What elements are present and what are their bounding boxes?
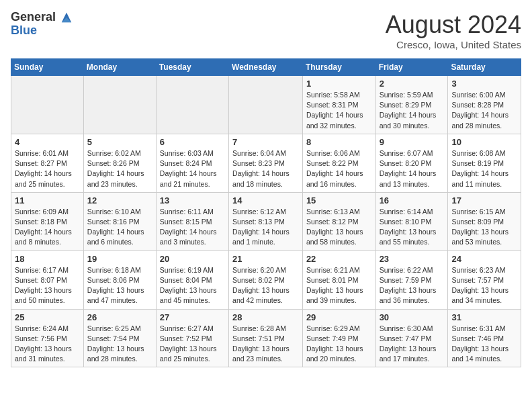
day-number: 7 (232, 137, 299, 147)
calendar-week-row: 1Sunrise: 5:58 AM Sunset: 8:31 PM Daylig… (11, 76, 521, 134)
cell-info: Sunrise: 5:59 AM Sunset: 8:29 PM Dayligh… (380, 90, 445, 131)
calendar-cell: 27Sunrise: 6:27 AM Sunset: 7:52 PM Dayli… (156, 309, 228, 367)
month-title: August 2024 (386, 11, 521, 39)
cell-info: Sunrise: 6:24 AM Sunset: 7:56 PM Dayligh… (15, 324, 80, 365)
day-header-friday: Friday (375, 59, 448, 76)
day-number: 13 (160, 195, 225, 205)
calendar-cell: 21Sunrise: 6:20 AM Sunset: 8:02 PM Dayli… (229, 250, 303, 309)
cell-info: Sunrise: 6:17 AM Sunset: 8:07 PM Dayligh… (15, 265, 80, 306)
day-number: 29 (306, 312, 372, 322)
day-number: 8 (306, 137, 372, 147)
cell-info: Sunrise: 5:58 AM Sunset: 8:31 PM Dayligh… (306, 90, 372, 131)
calendar-table: SundayMondayTuesdayWednesdayThursdayFrid… (11, 58, 521, 367)
cell-info: Sunrise: 6:00 AM Sunset: 8:28 PM Dayligh… (451, 90, 517, 131)
calendar-cell: 26Sunrise: 6:25 AM Sunset: 7:54 PM Dayli… (83, 309, 156, 367)
cell-info: Sunrise: 6:30 AM Sunset: 7:47 PM Dayligh… (380, 324, 445, 365)
cell-info: Sunrise: 6:12 AM Sunset: 8:13 PM Dayligh… (232, 207, 299, 248)
calendar-cell: 15Sunrise: 6:13 AM Sunset: 8:12 PM Dayli… (302, 192, 375, 250)
calendar-cell: 18Sunrise: 6:17 AM Sunset: 8:07 PM Dayli… (11, 250, 84, 309)
day-number: 1 (306, 79, 372, 89)
calendar-cell: 22Sunrise: 6:21 AM Sunset: 8:01 PM Dayli… (302, 250, 375, 309)
day-number: 28 (232, 312, 299, 322)
calendar-cell: 20Sunrise: 6:19 AM Sunset: 8:04 PM Dayli… (156, 250, 228, 309)
day-number: 12 (87, 195, 152, 205)
cell-info: Sunrise: 6:03 AM Sunset: 8:24 PM Dayligh… (160, 148, 225, 189)
calendar-week-row: 25Sunrise: 6:24 AM Sunset: 7:56 PM Dayli… (11, 309, 521, 367)
logo-general: General (11, 11, 73, 24)
cell-info: Sunrise: 6:02 AM Sunset: 8:26 PM Dayligh… (87, 148, 152, 189)
day-number: 31 (451, 312, 517, 322)
calendar-cell: 29Sunrise: 6:29 AM Sunset: 7:49 PM Dayli… (302, 309, 375, 367)
day-number: 26 (87, 312, 152, 322)
calendar-cell: 8Sunrise: 6:06 AM Sunset: 8:22 PM Daylig… (302, 134, 375, 192)
day-number: 5 (87, 137, 152, 147)
logo-blue: Blue (11, 24, 73, 38)
calendar-cell: 10Sunrise: 6:08 AM Sunset: 8:19 PM Dayli… (448, 134, 521, 192)
cell-info: Sunrise: 6:29 AM Sunset: 7:49 PM Dayligh… (306, 324, 372, 365)
calendar-cell: 30Sunrise: 6:30 AM Sunset: 7:47 PM Dayli… (375, 309, 448, 367)
calendar-cell: 28Sunrise: 6:28 AM Sunset: 7:51 PM Dayli… (229, 309, 303, 367)
cell-info: Sunrise: 6:27 AM Sunset: 7:52 PM Dayligh… (160, 324, 225, 365)
cell-info: Sunrise: 6:07 AM Sunset: 8:20 PM Dayligh… (380, 148, 445, 189)
calendar-cell: 9Sunrise: 6:07 AM Sunset: 8:20 PM Daylig… (375, 134, 448, 192)
day-number: 24 (451, 254, 517, 264)
calendar-cell: 23Sunrise: 6:22 AM Sunset: 7:59 PM Dayli… (375, 250, 448, 309)
day-header-tuesday: Tuesday (156, 59, 228, 76)
day-number: 9 (380, 137, 445, 147)
calendar-cell (11, 76, 84, 134)
cell-info: Sunrise: 6:19 AM Sunset: 8:04 PM Dayligh… (160, 265, 225, 306)
cell-info: Sunrise: 6:15 AM Sunset: 8:09 PM Dayligh… (451, 207, 517, 248)
day-number: 22 (306, 254, 372, 264)
calendar-cell: 7Sunrise: 6:04 AM Sunset: 8:23 PM Daylig… (229, 134, 303, 192)
calendar-header-row: SundayMondayTuesdayWednesdayThursdayFrid… (11, 59, 521, 76)
calendar-cell (156, 76, 228, 134)
day-number: 6 (160, 137, 225, 147)
cell-info: Sunrise: 6:28 AM Sunset: 7:51 PM Dayligh… (232, 324, 299, 365)
cell-info: Sunrise: 6:21 AM Sunset: 8:01 PM Dayligh… (306, 265, 372, 306)
day-number: 20 (160, 254, 225, 264)
cell-info: Sunrise: 6:10 AM Sunset: 8:16 PM Dayligh… (87, 207, 152, 248)
calendar-cell: 25Sunrise: 6:24 AM Sunset: 7:56 PM Dayli… (11, 309, 84, 367)
cell-info: Sunrise: 6:13 AM Sunset: 8:12 PM Dayligh… (306, 207, 372, 248)
day-number: 17 (451, 195, 517, 205)
location: Cresco, Iowa, United States (386, 39, 521, 50)
day-number: 23 (380, 254, 445, 264)
calendar-cell (83, 76, 156, 134)
calendar-week-row: 18Sunrise: 6:17 AM Sunset: 8:07 PM Dayli… (11, 250, 521, 309)
calendar-cell: 3Sunrise: 6:00 AM Sunset: 8:28 PM Daylig… (448, 76, 521, 134)
day-number: 15 (306, 195, 372, 205)
cell-info: Sunrise: 6:09 AM Sunset: 8:18 PM Dayligh… (15, 207, 80, 248)
day-number: 21 (232, 254, 299, 264)
cell-info: Sunrise: 6:06 AM Sunset: 8:22 PM Dayligh… (306, 148, 372, 189)
cell-info: Sunrise: 6:18 AM Sunset: 8:06 PM Dayligh… (87, 265, 152, 306)
day-header-saturday: Saturday (448, 59, 521, 76)
calendar-cell: 13Sunrise: 6:11 AM Sunset: 8:15 PM Dayli… (156, 192, 228, 250)
day-number: 27 (160, 312, 225, 322)
day-header-wednesday: Wednesday (229, 59, 303, 76)
calendar-cell: 14Sunrise: 6:12 AM Sunset: 8:13 PM Dayli… (229, 192, 303, 250)
cell-info: Sunrise: 6:31 AM Sunset: 7:46 PM Dayligh… (451, 324, 517, 365)
cell-info: Sunrise: 6:14 AM Sunset: 8:10 PM Dayligh… (380, 207, 445, 248)
day-number: 11 (15, 195, 80, 205)
cell-info: Sunrise: 6:04 AM Sunset: 8:23 PM Dayligh… (232, 148, 299, 189)
day-number: 16 (380, 195, 445, 205)
calendar-cell: 19Sunrise: 6:18 AM Sunset: 8:06 PM Dayli… (83, 250, 156, 309)
day-header-thursday: Thursday (302, 59, 375, 76)
calendar-cell: 31Sunrise: 6:31 AM Sunset: 7:46 PM Dayli… (448, 309, 521, 367)
day-header-monday: Monday (83, 59, 156, 76)
calendar-cell: 4Sunrise: 6:01 AM Sunset: 8:27 PM Daylig… (11, 134, 84, 192)
calendar-week-row: 4Sunrise: 6:01 AM Sunset: 8:27 PM Daylig… (11, 134, 521, 192)
calendar-cell: 11Sunrise: 6:09 AM Sunset: 8:18 PM Dayli… (11, 192, 84, 250)
cell-info: Sunrise: 6:01 AM Sunset: 8:27 PM Dayligh… (15, 148, 80, 189)
day-number: 3 (451, 79, 517, 89)
calendar-cell: 17Sunrise: 6:15 AM Sunset: 8:09 PM Dayli… (448, 192, 521, 250)
day-number: 4 (15, 137, 80, 147)
calendar-cell: 16Sunrise: 6:14 AM Sunset: 8:10 PM Dayli… (375, 192, 448, 250)
day-number: 18 (15, 254, 80, 264)
cell-info: Sunrise: 6:23 AM Sunset: 7:57 PM Dayligh… (451, 265, 517, 306)
cell-info: Sunrise: 6:22 AM Sunset: 7:59 PM Dayligh… (380, 265, 445, 306)
cell-info: Sunrise: 6:20 AM Sunset: 8:02 PM Dayligh… (232, 265, 299, 306)
day-number: 10 (451, 137, 517, 147)
calendar-cell: 2Sunrise: 5:59 AM Sunset: 8:29 PM Daylig… (375, 76, 448, 134)
day-number: 14 (232, 195, 299, 205)
